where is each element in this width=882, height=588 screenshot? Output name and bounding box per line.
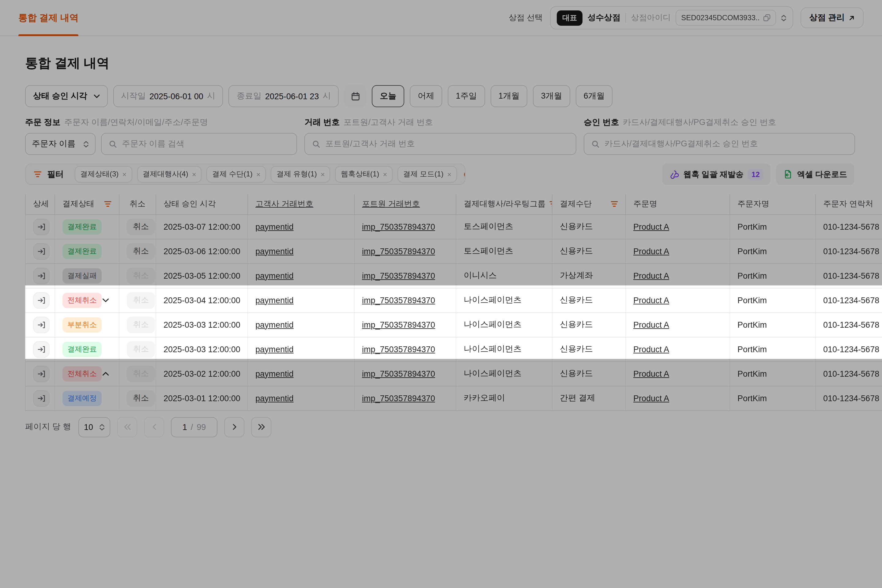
next-page-button[interactable] xyxy=(224,417,244,437)
quick-range-button[interactable]: 1주일 xyxy=(448,85,485,107)
rows-per-page-select[interactable]: 10 xyxy=(78,417,110,437)
payment-method: 신용카드 xyxy=(560,222,593,231)
filter-chip[interactable]: 결제상태(3)× xyxy=(75,166,132,183)
chevron-down-icon[interactable] xyxy=(102,298,109,302)
detail-button[interactable] xyxy=(33,243,50,260)
portone-tx-id-link[interactable]: imp_750357894370 xyxy=(362,296,435,305)
merchant-tx-id-link[interactable]: paymentid xyxy=(255,296,294,305)
detail-button[interactable] xyxy=(33,316,50,333)
search-icon xyxy=(592,140,600,148)
detail-button[interactable] xyxy=(33,292,50,308)
order-field-select[interactable]: 주문자 이름 xyxy=(25,133,96,155)
column-header-label: 포트원 거래번호 xyxy=(362,200,420,208)
quick-range-button[interactable]: 1개월 xyxy=(490,85,527,107)
store-id-box: SED02345DCOM3933.. xyxy=(676,10,776,26)
order-name-link[interactable]: Product A xyxy=(633,369,669,378)
filter-funnel-icon[interactable] xyxy=(610,201,618,207)
date-type-select[interactable]: 상태 승인 시각 xyxy=(25,85,108,107)
quick-range-button[interactable]: 오늘 xyxy=(372,85,404,107)
detail-button[interactable] xyxy=(33,267,50,284)
portone-tx-id-link[interactable]: imp_750357894370 xyxy=(362,271,435,280)
select-updown-icon[interactable] xyxy=(781,14,786,21)
filter-chip[interactable]: 결제대행사(4)× xyxy=(137,166,201,183)
chip-close-icon[interactable]: × xyxy=(383,171,387,178)
order-search-input[interactable]: 주문자 이름 검색 xyxy=(101,133,297,155)
customer-contact: 010-1234-5678 xyxy=(823,369,879,378)
order-name-link[interactable]: Product A xyxy=(633,296,669,305)
store-selector[interactable]: 대표 성수상점 상점아이디 SED02345DCOM3933.. xyxy=(550,6,793,29)
detail-button[interactable] xyxy=(33,365,50,382)
filter-chips-bar: 필터 결제상태(3)×결제대행사(4)×결제 수단(1)×결제 유형(1)×웹훅… xyxy=(25,164,465,185)
first-page-button[interactable] xyxy=(117,417,137,437)
store-badge[interactable]: 대표 xyxy=(557,10,582,26)
order-name-link[interactable]: Product A xyxy=(633,320,669,329)
filter-chip-label: 결제대행사(4) xyxy=(142,169,188,180)
store-name[interactable]: 성수상점 xyxy=(587,12,621,23)
merchant-tx-id-link[interactable]: paymentid xyxy=(255,320,294,329)
chip-close-icon[interactable]: × xyxy=(192,171,196,178)
portone-tx-id-link[interactable]: imp_750357894370 xyxy=(362,345,435,354)
end-date-suffix: 시 xyxy=(322,91,331,102)
page-indicator[interactable]: 1 / 99 xyxy=(171,417,218,437)
portone-tx-id-link[interactable]: imp_750357894370 xyxy=(362,369,435,378)
quick-range-button[interactable]: 3개월 xyxy=(533,85,570,107)
cancel-button[interactable]: 취소 xyxy=(127,243,155,260)
order-name-link[interactable]: Product A xyxy=(633,271,669,280)
filter-chip[interactable]: 결제 유형(1)× xyxy=(271,166,330,183)
merchant-tx-id-link[interactable]: paymentid xyxy=(255,246,294,256)
order-field-value: 주문자 이름 xyxy=(32,138,76,150)
quick-range-button[interactable]: 6개월 xyxy=(576,85,612,107)
transaction-search-input[interactable]: 포트원/고객사 거래 번호 xyxy=(304,133,576,155)
last-page-button[interactable] xyxy=(251,417,272,437)
filter-reset-button[interactable]: 필터 초기화 xyxy=(464,169,465,180)
merchant-tx-id-link[interactable]: paymentid xyxy=(255,271,294,280)
customer-name: PortKim xyxy=(738,320,767,329)
order-name-link[interactable]: Product A xyxy=(633,393,669,403)
portone-tx-id-link[interactable]: imp_750357894370 xyxy=(362,320,435,329)
filter-chip[interactable]: 웹훅상태(1)× xyxy=(335,166,393,183)
merchant-tx-id-link[interactable]: paymentid xyxy=(255,369,294,378)
approval-search-input[interactable]: 카드사/결제대행사/PG결제취소 승인 번호 xyxy=(584,133,855,155)
order-name-link[interactable]: Product A xyxy=(633,222,669,231)
row-expand-toggle[interactable] xyxy=(102,298,111,302)
chip-close-icon[interactable]: × xyxy=(256,171,261,178)
filter-funnel-icon[interactable] xyxy=(104,201,111,207)
portone-tx-id-link[interactable]: imp_750357894370 xyxy=(362,393,435,403)
filter-chip[interactable]: 결제 수단(1)× xyxy=(207,166,266,183)
column-header[interactable]: 고객사 거래번호 xyxy=(248,194,354,214)
detail-button[interactable] xyxy=(33,390,50,406)
copy-icon[interactable] xyxy=(763,14,771,21)
store-manage-button[interactable]: 상점 관리 xyxy=(801,8,864,28)
excel-download-button[interactable]: 엑셀 다운로드 xyxy=(776,164,854,185)
detail-arrow-icon xyxy=(38,272,45,280)
chevron-up-icon[interactable] xyxy=(102,372,109,376)
end-date-input[interactable]: 종료일 2025-06-01 23 시 xyxy=(229,85,339,107)
row-expand-toggle[interactable] xyxy=(102,372,111,376)
detail-button[interactable] xyxy=(33,341,50,357)
portone-tx-id-link[interactable]: imp_750357894370 xyxy=(362,246,435,256)
portone-tx-id-link[interactable]: imp_750357894370 xyxy=(362,222,435,231)
quick-range-button[interactable]: 어제 xyxy=(410,85,442,107)
filter-chip[interactable]: 결제 모드(1)× xyxy=(398,166,457,183)
start-date-input[interactable]: 시작일 2025-06-01 00 시 xyxy=(113,85,223,107)
tab-integrated-payments[interactable]: 통합 결제 내역 xyxy=(18,0,79,36)
webhook-resend-button[interactable]: 웹훅 일괄 재발송 12 xyxy=(662,164,771,185)
cancel-button[interactable]: 취소 xyxy=(127,390,155,406)
start-date-value: 2025-06-01 00 xyxy=(150,92,203,101)
order-name-link[interactable]: Product A xyxy=(633,345,669,354)
merchant-tx-id-link[interactable]: paymentid xyxy=(255,345,294,354)
chip-close-icon[interactable]: × xyxy=(321,171,325,178)
merchant-tx-id-link[interactable]: paymentid xyxy=(255,222,294,231)
chip-close-icon[interactable]: × xyxy=(122,171,126,178)
cancel-button[interactable]: 취소 xyxy=(127,218,155,235)
order-name-link[interactable]: Product A xyxy=(633,246,669,256)
customer-name: PortKim xyxy=(738,222,767,231)
column-header[interactable]: 포트원 거래번호 xyxy=(354,194,456,214)
customer-name: PortKim xyxy=(738,369,767,378)
merchant-tx-id-link[interactable]: paymentid xyxy=(255,393,294,403)
prev-page-button[interactable] xyxy=(144,417,164,437)
filter-funnel-icon[interactable] xyxy=(549,201,552,207)
chip-close-icon[interactable]: × xyxy=(447,171,452,178)
calendar-button[interactable] xyxy=(344,85,366,107)
detail-button[interactable] xyxy=(33,218,50,235)
